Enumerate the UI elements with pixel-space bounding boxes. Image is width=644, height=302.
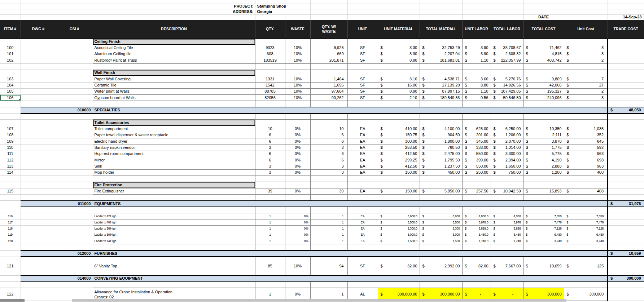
- unit-labor-cell[interactable]: $399.00: [462, 157, 491, 163]
- section-title-cell[interactable]: Wall Finish: [93, 70, 255, 76]
- cell[interactable]: [255, 120, 285, 126]
- cell[interactable]: [56, 0, 93, 4]
- cell[interactable]: [0, 120, 21, 126]
- item-number-cell[interactable]: 105: [0, 88, 21, 94]
- unit-cell[interactable]: EA: [347, 232, 378, 238]
- total-labor-cell[interactable]: $7,667.00: [491, 263, 523, 269]
- cell[interactable]: [56, 63, 93, 70]
- total-material-cell[interactable]: $1,500: [420, 238, 462, 244]
- qty-cell[interactable]: 10: [255, 126, 285, 132]
- waste-cell[interactable]: 10%: [285, 45, 310, 51]
- cell[interactable]: [0, 244, 21, 250]
- total-labor-cell[interactable]: $2,070.00: [491, 138, 523, 145]
- cell[interactable]: [93, 14, 255, 20]
- qty-with-waste-cell[interactable]: 10: [310, 126, 347, 132]
- qty-cell[interactable]: 1542: [255, 82, 285, 88]
- total-labor-cell[interactable]: $6,250.00: [491, 126, 523, 132]
- qty-cell[interactable]: 6: [255, 132, 285, 138]
- dwg-number-cell[interactable]: [21, 88, 56, 94]
- cell[interactable]: [310, 269, 347, 275]
- waste-cell[interactable]: 0%: [285, 169, 310, 176]
- unit-material-cell[interactable]: $300.00: [378, 138, 420, 145]
- col-header-total-material[interactable]: TOTAL MATRIAL: [420, 20, 462, 39]
- cell[interactable]: [310, 176, 347, 182]
- unit-cell[interactable]: SF: [347, 95, 378, 101]
- csi-number-cell[interactable]: [56, 226, 93, 232]
- dwg-number-cell[interactable]: [21, 76, 56, 82]
- cell[interactable]: [564, 282, 608, 288]
- cell[interactable]: [564, 176, 608, 182]
- total-material-cell[interactable]: $1,800.00: [420, 138, 462, 145]
- unit-cell[interactable]: SF: [347, 57, 378, 63]
- unit-material-cell[interactable]: $150.75: [378, 132, 420, 138]
- cell[interactable]: [56, 269, 93, 275]
- waste-cell[interactable]: 10%: [285, 76, 310, 82]
- description-cell[interactable]: Ladder x 42'High: [93, 213, 255, 219]
- waste-cell[interactable]: 0%: [285, 145, 310, 151]
- cell[interactable]: [310, 9, 347, 14]
- cell[interactable]: [523, 4, 564, 9]
- cell[interactable]: [255, 14, 285, 20]
- qty-with-waste-cell[interactable]: 6: [310, 138, 347, 145]
- unit-material-cell[interactable]: $299.25: [378, 157, 420, 163]
- qty-with-waste-cell[interactable]: 1: [310, 238, 347, 244]
- csi-number-cell[interactable]: [56, 51, 93, 57]
- cell[interactable]: [462, 269, 491, 275]
- cell[interactable]: [564, 39, 608, 45]
- cell[interactable]: [523, 207, 564, 213]
- qty-cell[interactable]: 39: [255, 188, 285, 194]
- description-cell[interactable]: Paper Wall Covering: [93, 76, 255, 82]
- cell[interactable]: [378, 257, 420, 263]
- cell[interactable]: [523, 0, 564, 4]
- trade-cost-cell[interactable]: [608, 57, 644, 63]
- qty-cell[interactable]: 3: [255, 163, 285, 169]
- total-cost-cell[interactable]: $10,659: [523, 263, 564, 269]
- unit-material-cell[interactable]: $3,600.0: [378, 213, 420, 219]
- unit-labor-cell[interactable]: $82.00: [462, 263, 491, 269]
- unit-labor-cell[interactable]: $257.50: [462, 188, 491, 194]
- total-labor-cell[interactable]: $1,206.00: [491, 132, 523, 138]
- total-labor-cell[interactable]: $3,978: [491, 219, 523, 226]
- qty-with-waste-cell[interactable]: 3: [310, 145, 347, 151]
- qty-cell[interactable]: 6: [255, 157, 285, 163]
- item-number-cell[interactable]: 102: [0, 57, 21, 63]
- waste-cell[interactable]: 0%: [285, 213, 310, 219]
- cell[interactable]: [462, 63, 491, 70]
- cell[interactable]: [564, 101, 608, 107]
- cell[interactable]: [0, 275, 21, 281]
- cell[interactable]: [420, 9, 462, 14]
- csi-number-cell[interactable]: [56, 45, 93, 51]
- total-labor-cell[interactable]: $2,394.00: [491, 157, 523, 163]
- csi-number-cell[interactable]: [56, 232, 93, 238]
- cell[interactable]: [93, 194, 255, 200]
- col-header-unit-labor[interactable]: UNIT LABOR: [462, 20, 491, 39]
- dwg-number-cell[interactable]: [21, 151, 56, 157]
- cell[interactable]: [0, 39, 21, 45]
- unit-labor-cell[interactable]: $1.10: [462, 57, 491, 63]
- address-label[interactable]: ADDRESS:: [93, 9, 255, 14]
- cell[interactable]: [608, 257, 644, 263]
- section-title-cell[interactable]: Toilet Accessories: [93, 120, 255, 126]
- total-cost-cell[interactable]: $15,893: [523, 188, 564, 194]
- cell[interactable]: [523, 63, 564, 70]
- cell[interactable]: [608, 101, 644, 107]
- cell[interactable]: [285, 39, 310, 45]
- unit-cell[interactable]: SF: [347, 88, 378, 94]
- total-labor-cell[interactable]: $3,480: [491, 232, 523, 238]
- cell[interactable]: [285, 244, 310, 250]
- cell[interactable]: [0, 250, 21, 257]
- qty-cell[interactable]: 608: [255, 51, 285, 57]
- trade-cost-cell[interactable]: [608, 232, 644, 238]
- cell[interactable]: [347, 114, 378, 120]
- item-number-cell[interactable]: 115: [0, 188, 21, 194]
- cell[interactable]: [93, 176, 255, 182]
- cell[interactable]: [420, 207, 462, 213]
- unit-cell[interactable]: EA: [347, 169, 378, 176]
- cell[interactable]: [564, 14, 608, 20]
- qty-with-waste-cell[interactable]: 94: [310, 263, 347, 269]
- cell[interactable]: [491, 39, 523, 45]
- cell[interactable]: [0, 207, 21, 213]
- csi-number-cell[interactable]: [56, 151, 93, 157]
- cell[interactable]: [608, 4, 644, 9]
- dwg-number-cell[interactable]: [21, 232, 56, 238]
